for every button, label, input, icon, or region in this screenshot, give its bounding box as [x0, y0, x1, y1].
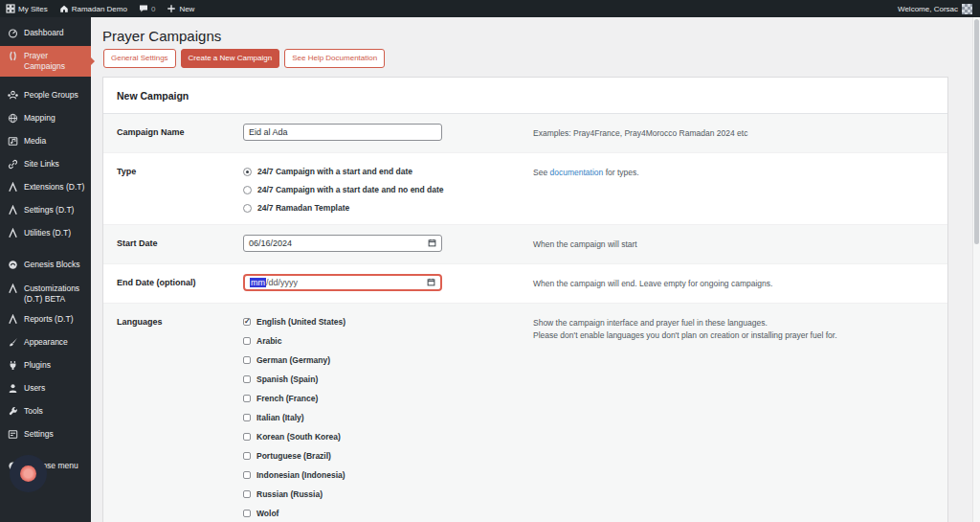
- sidebar-item-tools[interactable]: Tools: [0, 401, 91, 424]
- start-date-label: Start Date: [117, 235, 243, 252]
- main-content: Prayer Campaigns General Settings Create…: [91, 17, 972, 522]
- radio-selected-icon[interactable]: [243, 168, 252, 176]
- language-option-portuguese[interactable]: Portuguese (Brazil): [243, 451, 533, 461]
- site-name-label: Ramadan Demo: [72, 5, 127, 13]
- my-sites-icon: [6, 4, 15, 13]
- checkbox-icon[interactable]: [243, 433, 251, 441]
- checkbox-icon[interactable]: [243, 337, 251, 345]
- sidebar-item-appearance[interactable]: Appearance: [0, 332, 91, 355]
- feedback-widget-button[interactable]: [10, 455, 47, 492]
- languages-label: Languages: [117, 313, 243, 522]
- date-segment-month[interactable]: mm: [250, 278, 266, 287]
- campaign-name-label: Campaign Name: [117, 124, 243, 141]
- checkbox-icon[interactable]: [243, 356, 251, 364]
- end-date-input[interactable]: mm/dd/yyyy: [243, 274, 442, 291]
- globe-icon: [8, 113, 18, 126]
- create-new-campaign-button[interactable]: Create a New Campaign: [181, 49, 280, 68]
- see-help-documentation-button[interactable]: See Help Documentation: [284, 49, 385, 68]
- sidebar-item-settings[interactable]: Settings: [0, 424, 91, 447]
- calendar-icon[interactable]: [427, 278, 435, 288]
- language-option-wolof[interactable]: Wolof: [243, 509, 533, 518]
- checkbox-icon[interactable]: [243, 490, 251, 498]
- campaign-name-input[interactable]: Eid al Ada: [243, 124, 442, 141]
- type-row: Type 24/7 Campaign with a start and end …: [103, 153, 947, 225]
- campaign-name-help: Examples: Pray4France, Pray4Morocco Rama…: [533, 124, 934, 141]
- type-option-start-end[interactable]: 24/7 Campaign with a start and end date: [243, 167, 533, 176]
- avatar[interactable]: [962, 4, 972, 14]
- link-icon: [8, 159, 18, 172]
- home-icon: [59, 4, 69, 13]
- language-option-french[interactable]: French (France): [243, 394, 533, 403]
- language-option-spanish[interactable]: Spanish (Spain): [243, 374, 533, 384]
- sidebar-item-reports-dt[interactable]: Reports (D.T): [0, 309, 91, 332]
- sidebar-item-people-groups[interactable]: People Groups: [0, 85, 91, 108]
- dashboard-icon: [8, 28, 18, 41]
- plugin-icon: [8, 360, 18, 374]
- general-settings-button[interactable]: General Settings: [103, 49, 176, 68]
- comments-count: 0: [151, 5, 155, 13]
- checkbox-icon[interactable]: [243, 510, 251, 517]
- comments-menu[interactable]: 0: [133, 0, 161, 17]
- plus-icon: [167, 4, 176, 13]
- vertical-scrollbar[interactable]: [972, 17, 980, 522]
- checkbox-icon[interactable]: [243, 452, 251, 460]
- welcome-label[interactable]: Welcome, Corsac: [898, 5, 958, 13]
- site-name-menu[interactable]: Ramadan Demo: [54, 0, 133, 17]
- new-content-menu[interactable]: New: [161, 0, 200, 17]
- language-option-italian[interactable]: Italian (Italy): [243, 413, 533, 422]
- documentation-link[interactable]: documentation: [550, 168, 604, 177]
- language-option-russian[interactable]: Russian (Russia): [243, 489, 533, 499]
- sidebar-item-prayer-campaigns[interactable]: Prayer Campaigns: [0, 46, 91, 77]
- end-date-help: When the campaign will end. Leave empty …: [533, 274, 934, 291]
- sidebar-item-users[interactable]: Users: [0, 378, 91, 401]
- wrench-icon: [8, 406, 18, 420]
- campaign-name-row: Campaign Name Eid al Ada Examples: Pray4…: [103, 114, 947, 153]
- checkbox-icon[interactable]: [243, 375, 251, 383]
- type-option-no-end[interactable]: 24/7 Campaign with a start date and no e…: [243, 185, 533, 194]
- dt-caret-icon: [8, 205, 18, 218]
- sidebar-item-utilities-dt[interactable]: Utilities (D.T): [0, 223, 91, 246]
- media-icon: [8, 136, 18, 149]
- calendar-icon[interactable]: [428, 238, 436, 249]
- prayer-icon: [8, 51, 18, 64]
- type-option-ramadan-template[interactable]: 24/7 Ramadan Template: [243, 203, 533, 213]
- my-sites-menu[interactable]: My Sites: [0, 0, 54, 17]
- language-option-indonesian[interactable]: Indonesian (Indonesia): [243, 470, 533, 480]
- languages-row: Languages English (United States) Arabic…: [103, 304, 947, 522]
- language-option-arabic[interactable]: Arabic: [243, 336, 533, 346]
- language-option-german[interactable]: German (Germany): [243, 355, 533, 365]
- sidebar-item-site-links[interactable]: Site Links: [0, 154, 91, 177]
- start-date-row: Start Date 06/16/2024 When the campaign …: [103, 225, 947, 264]
- languages-help: Show the campaign interface and prayer f…: [533, 313, 934, 522]
- sidebar-item-extensions-dt[interactable]: Extensions (D.T): [0, 177, 91, 200]
- new-label: New: [179, 5, 194, 13]
- sidebar-item-media[interactable]: Media: [0, 131, 91, 154]
- dt-caret-icon: [8, 284, 18, 297]
- people-groups-icon: [8, 90, 18, 103]
- scrollbar-thumb[interactable]: [974, 19, 979, 244]
- page-actions: General Settings Create a New Campaign S…: [103, 49, 385, 68]
- start-date-input[interactable]: 06/16/2024: [243, 235, 442, 252]
- language-option-korean[interactable]: Korean (South Korea): [243, 432, 533, 442]
- settings-icon: [8, 429, 18, 443]
- end-date-label: End Date (optional): [117, 274, 243, 291]
- brush-icon: [8, 337, 18, 351]
- type-help: See documentation for types.: [533, 163, 934, 213]
- sidebar-item-customizations-dt[interactable]: Customizations (D.T) BETA: [0, 279, 91, 309]
- radio-icon[interactable]: [243, 204, 252, 213]
- language-option-english[interactable]: English (United States): [243, 317, 533, 327]
- checkbox-checked-icon[interactable]: [243, 318, 251, 326]
- sidebar-item-mapping[interactable]: Mapping: [0, 108, 91, 131]
- checkbox-icon[interactable]: [243, 395, 251, 402]
- start-date-help: When the campaign will start: [533, 235, 934, 252]
- checkbox-icon[interactable]: [243, 414, 251, 421]
- sidebar-item-plugins[interactable]: Plugins: [0, 355, 91, 378]
- admin-sidebar: Dashboard Prayer Campaigns People Groups…: [0, 17, 91, 522]
- new-campaign-panel: New Campaign Campaign Name Eid al Ada Ex…: [102, 77, 948, 522]
- radio-icon[interactable]: [243, 186, 252, 194]
- type-label: Type: [117, 163, 243, 213]
- sidebar-item-settings-dt[interactable]: Settings (D.T): [0, 200, 91, 223]
- checkbox-icon[interactable]: [243, 471, 251, 479]
- sidebar-item-dashboard[interactable]: Dashboard: [0, 23, 91, 46]
- sidebar-item-genesis-blocks[interactable]: Genesis Blocks: [0, 255, 91, 278]
